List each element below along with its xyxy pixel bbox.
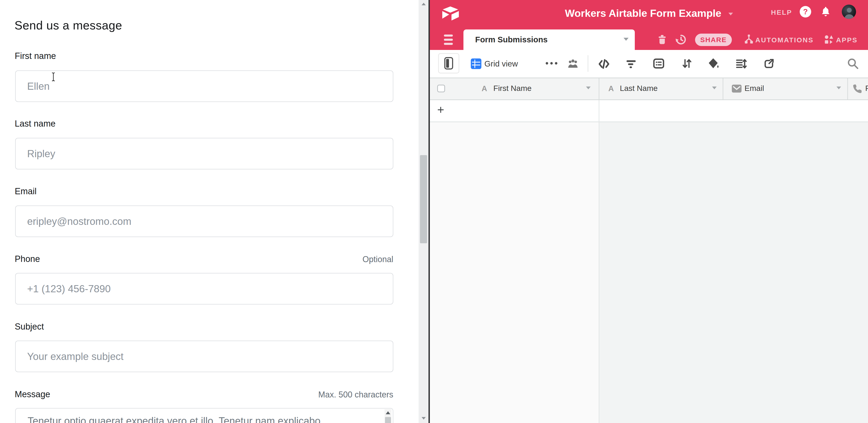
avatar-silhouette-icon (842, 5, 856, 19)
phone-label: Phone (15, 254, 40, 264)
column-name: First Name (493, 84, 531, 93)
toolbar-divider (588, 55, 588, 72)
column-name: Email (744, 84, 764, 93)
base-title-caret-icon (728, 13, 733, 16)
filter-icon[interactable] (626, 60, 637, 68)
first-name-input[interactable] (15, 70, 393, 102)
view-toolbar: Grid view (430, 50, 868, 78)
color-fill-icon[interactable] (707, 57, 719, 70)
window-scrollbar-down-icon[interactable] (422, 417, 426, 420)
first-name-label: First name (15, 51, 56, 61)
sort-icon[interactable] (681, 58, 692, 69)
text-field-type-icon: A (608, 84, 614, 93)
view-options-ellipsis-icon[interactable] (546, 62, 558, 65)
automations-button[interactable]: AUTOMATIONS (755, 36, 814, 44)
email-field-type-icon (732, 84, 742, 93)
base-title-text: Workers Airtable Form Example (565, 7, 721, 19)
trash-icon[interactable] (657, 34, 668, 45)
message-textarea[interactable]: Tenetur optio quaerat expedita vero et i… (27, 415, 382, 423)
share-button-label: SHARE (700, 36, 726, 43)
column-name: Phone (865, 84, 868, 93)
primary-column-divider (599, 100, 599, 423)
text-field-type-icon: A (482, 84, 487, 93)
history-icon[interactable] (675, 34, 687, 46)
column-name: Last Name (620, 84, 657, 93)
group-icon[interactable] (653, 58, 664, 69)
apps-icon[interactable] (824, 34, 834, 46)
subject-label: Subject (15, 322, 44, 332)
column-caret-icon[interactable] (712, 87, 717, 89)
message-scrollbar (384, 409, 392, 423)
message-label: Message (15, 389, 50, 399)
hide-fields-icon[interactable] (598, 59, 610, 69)
apps-button[interactable]: APPS (836, 36, 858, 44)
column-divider[interactable] (723, 78, 723, 99)
window-scrollbar-up-icon[interactable] (422, 3, 426, 5)
form-title: Send us a message (14, 19, 122, 32)
message-scrollbar-up-icon[interactable] (386, 411, 390, 414)
user-avatar[interactable] (842, 5, 856, 19)
grid-view-icon[interactable] (471, 58, 482, 69)
sidebar-panel-icon (444, 57, 453, 69)
grid-header-row: A First Name A Last Name Email Phone (430, 78, 868, 100)
phone-field-type-icon (852, 84, 862, 94)
airtable-window: Workers Airtable Form Example HELP ? (430, 0, 868, 423)
email-input[interactable] (15, 206, 393, 237)
help-button[interactable]: HELP (771, 8, 792, 16)
add-row-plus-icon[interactable]: + (437, 103, 444, 117)
last-name-label: Last name (15, 119, 55, 129)
grid-body-secondary-area (599, 122, 868, 423)
automations-icon[interactable] (743, 34, 754, 46)
airtable-header: Workers Airtable Form Example HELP ? (430, 0, 868, 50)
text-cursor-icon (51, 72, 56, 82)
row-height-icon[interactable] (735, 58, 747, 69)
share-button[interactable]: SHARE (695, 34, 732, 46)
grid-body-primary-area (430, 122, 599, 423)
select-all-checkbox[interactable] (437, 85, 445, 92)
phone-optional-note: Optional (363, 254, 393, 264)
message-max-note: Max. 500 characters (318, 390, 393, 399)
help-circle-icon[interactable]: ? (800, 6, 811, 18)
subject-input[interactable] (15, 341, 393, 372)
search-icon[interactable] (847, 58, 859, 69)
column-divider[interactable] (599, 78, 599, 99)
view-sidebar-toggle-button[interactable] (438, 53, 459, 73)
share-view-icon[interactable] (763, 58, 774, 69)
contact-form-window: Send us a message First name Last name E… (0, 0, 429, 423)
last-name-input[interactable] (15, 138, 393, 170)
email-label: Email (15, 186, 37, 196)
window-scrollbar-thumb[interactable] (420, 155, 427, 243)
collaborators-icon[interactable] (566, 58, 579, 70)
view-name[interactable]: Grid view (484, 59, 518, 68)
notifications-bell-icon[interactable] (820, 6, 831, 17)
phone-input[interactable] (15, 273, 393, 304)
add-row[interactable]: + (430, 100, 868, 122)
tab-label: Form Submissions (475, 35, 548, 44)
column-caret-icon[interactable] (586, 87, 591, 89)
column-divider[interactable] (847, 78, 848, 99)
message-textarea-frame: Tenetur optio quaerat expedita vero et i… (15, 408, 393, 423)
message-scrollbar-thumb[interactable] (385, 417, 391, 423)
column-caret-icon[interactable] (836, 87, 841, 89)
menu-hamburger-icon[interactable] (444, 34, 453, 45)
tab-caret-icon (623, 38, 628, 41)
tab-form-submissions[interactable]: Form Submissions (463, 29, 635, 50)
